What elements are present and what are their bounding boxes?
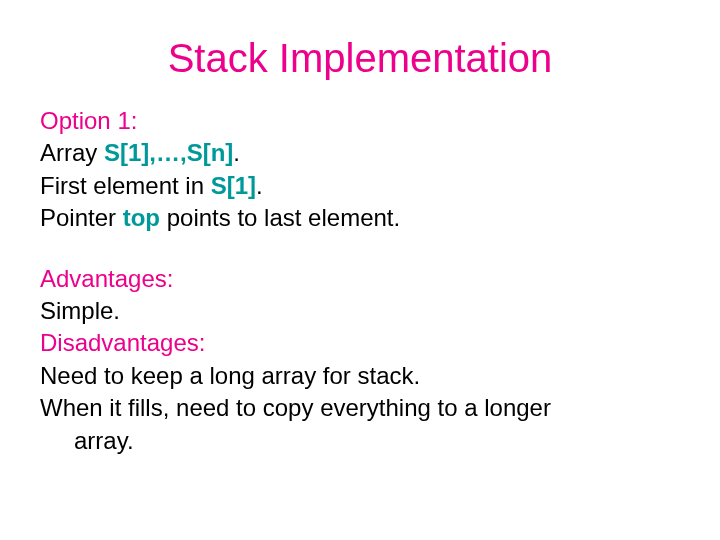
disadvantages-label: Disadvantages:: [40, 327, 680, 359]
array-expression: S[1],…,S[n]: [104, 139, 233, 166]
first-element-line: First element in S[1].: [40, 170, 680, 202]
pointer-line: Pointer top points to last element.: [40, 202, 680, 234]
array-word: Array: [40, 139, 104, 166]
disadvantages-text-2a: When it fills, need to copy everything t…: [40, 392, 680, 424]
array-period: .: [233, 139, 240, 166]
advantages-label: Advantages:: [40, 263, 680, 295]
pointer-top: top: [123, 204, 160, 231]
advantages-text: Simple.: [40, 295, 680, 327]
spacer: [40, 235, 680, 263]
pointer-text-2: points to last element.: [160, 204, 400, 231]
first-text: First element in: [40, 172, 211, 199]
array-line: Array S[1],…,S[n].: [40, 137, 680, 169]
first-s1: S[1]: [211, 172, 256, 199]
disadvantages-text-1: Need to keep a long array for stack.: [40, 360, 680, 392]
pointer-text-1: Pointer: [40, 204, 123, 231]
first-period: .: [256, 172, 263, 199]
slide-title: Stack Implementation: [40, 36, 680, 81]
disadvantages-text-2b: array.: [40, 425, 680, 457]
slide-container: Stack Implementation Option 1: Array S[1…: [0, 0, 720, 477]
option-label: Option 1:: [40, 105, 680, 137]
